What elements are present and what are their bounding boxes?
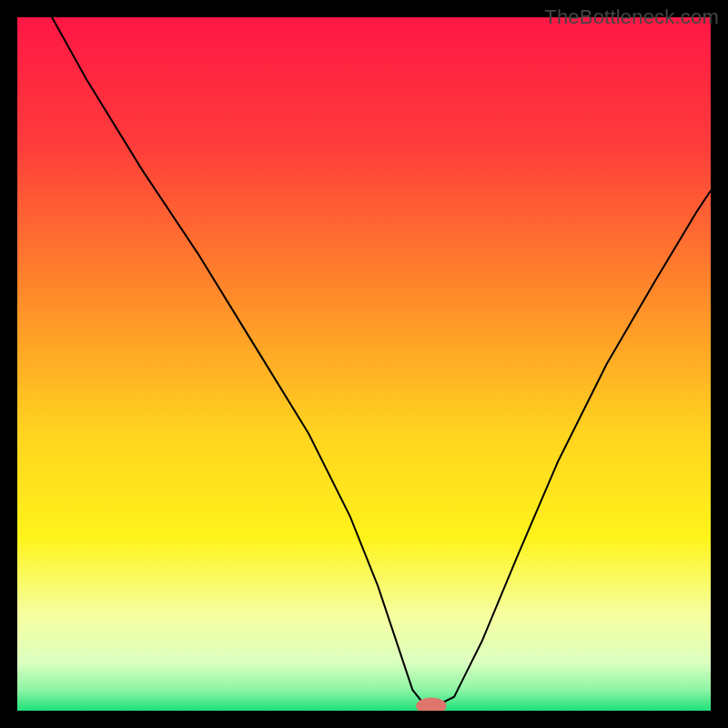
chart-svg: [17, 17, 711, 711]
watermark-text: TheBottleneck.com: [544, 5, 719, 29]
chart-area: [17, 17, 711, 711]
